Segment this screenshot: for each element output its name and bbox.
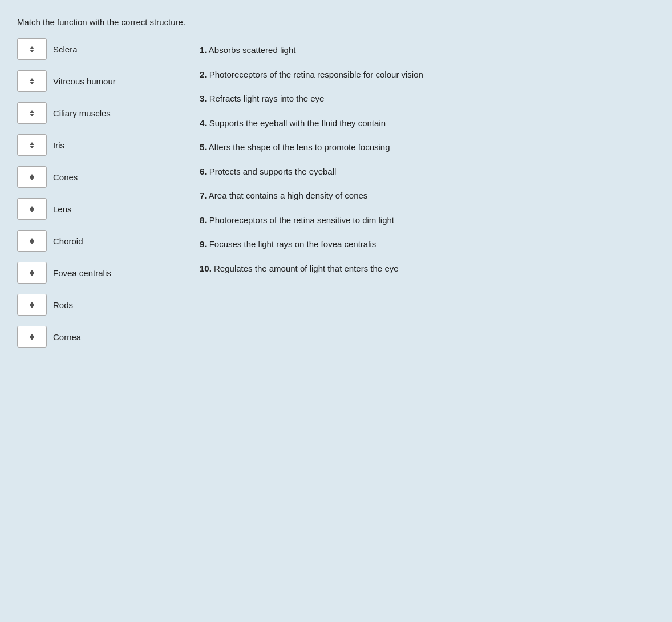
right-item-4: 4. Supports the eyeball with the fluid t… — [200, 111, 655, 136]
arrow-up-icon — [30, 174, 34, 177]
arrow-down-icon — [30, 305, 34, 308]
select-vitreous-humour[interactable] — [17, 70, 47, 92]
arrow-down-icon — [30, 241, 34, 244]
arrow-down-icon — [30, 146, 34, 148]
instruction-text: Match the function with the correct stru… — [17, 17, 655, 27]
left-item-ciliary-muscles: Ciliary muscles — [17, 102, 165, 124]
right-item-1: 1. Absorbs scattered light — [200, 38, 655, 63]
right-item-10: 10. Regulates the amount of light that e… — [200, 257, 655, 281]
select-rods[interactable] — [17, 294, 47, 316]
match-container: Sclera Vitreous humour Ciliary muscles — [17, 38, 655, 348]
right-item-5: 5. Alters the shape of the lens to promo… — [200, 135, 655, 160]
arrow-up-icon — [30, 270, 34, 273]
structure-label-rods: Rods — [47, 300, 73, 310]
right-item-9: 9. Focuses the light rays on the fovea c… — [200, 232, 655, 257]
left-item-cornea: Cornea — [17, 326, 165, 348]
left-item-lens: Lens — [17, 198, 165, 220]
select-sclera[interactable] — [17, 38, 47, 60]
right-column: 1. Absorbs scattered light2. Photorecept… — [200, 38, 655, 348]
arrow-down-icon — [30, 209, 34, 212]
left-item-cones: Cones — [17, 166, 165, 188]
select-choroid[interactable] — [17, 230, 47, 252]
arrow-up-icon — [30, 238, 34, 241]
select-iris[interactable] — [17, 134, 47, 156]
left-item-rods: Rods — [17, 294, 165, 316]
right-item-3: 3. Refracts light rays into the eye — [200, 87, 655, 111]
select-fovea-centralis[interactable] — [17, 262, 47, 284]
arrow-up-icon — [30, 46, 34, 49]
arrow-up-icon — [30, 206, 34, 209]
structure-label-iris: Iris — [47, 140, 64, 150]
left-item-sclera: Sclera — [17, 38, 165, 60]
left-item-fovea-centralis: Fovea centralis — [17, 262, 165, 284]
left-item-iris: Iris — [17, 134, 165, 156]
right-item-8: 8. Photoreceptors of the retina sensitiv… — [200, 208, 655, 233]
right-item-6: 6. Protects and supports the eyeball — [200, 160, 655, 184]
arrow-down-icon — [30, 273, 34, 276]
select-cornea[interactable] — [17, 326, 47, 348]
structure-label-sclera: Sclera — [47, 45, 78, 54]
structure-label-vitreous-humour: Vitreous humour — [47, 76, 116, 86]
arrow-up-icon — [30, 78, 34, 81]
arrow-down-icon — [30, 82, 34, 84]
structure-label-cones: Cones — [47, 172, 78, 182]
structure-label-cornea: Cornea — [47, 332, 81, 342]
select-cones[interactable] — [17, 166, 47, 188]
arrow-up-icon — [30, 302, 34, 305]
left-column: Sclera Vitreous humour Ciliary muscles — [17, 38, 165, 348]
structure-label-ciliary-muscles: Ciliary muscles — [47, 108, 111, 118]
arrow-down-icon — [30, 114, 34, 116]
right-item-7: 7. Area that contains a high density of … — [200, 184, 655, 208]
structure-label-lens: Lens — [47, 204, 72, 214]
left-item-vitreous-humour: Vitreous humour — [17, 70, 165, 92]
arrow-up-icon — [30, 110, 34, 113]
left-item-choroid: Choroid — [17, 230, 165, 252]
right-item-2: 2. Photoreceptors of the retina responsi… — [200, 63, 655, 87]
arrow-down-icon — [30, 50, 34, 52]
select-lens[interactable] — [17, 198, 47, 220]
arrow-down-icon — [30, 337, 34, 340]
select-ciliary-muscles[interactable] — [17, 102, 47, 124]
arrow-up-icon — [30, 334, 34, 337]
structure-label-choroid: Choroid — [47, 236, 83, 246]
structure-label-fovea-centralis: Fovea centralis — [47, 268, 111, 278]
arrow-down-icon — [30, 177, 34, 180]
arrow-up-icon — [30, 142, 34, 145]
